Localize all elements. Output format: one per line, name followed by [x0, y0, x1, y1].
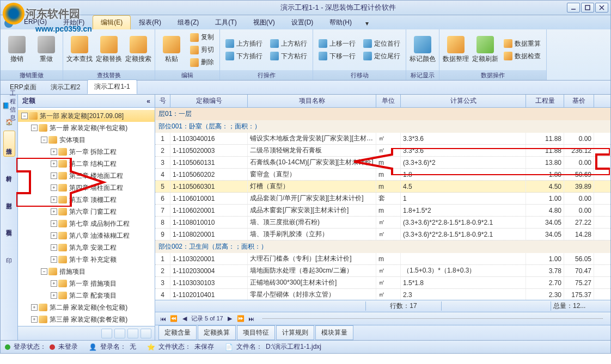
grid-cell[interactable]: 石膏线条(10-14CM)[厂家安装][主材未计价]	[248, 157, 376, 168]
sidebar-清单报价[interactable]: 清单报价	[3, 131, 15, 157]
grid-cell[interactable]: 1.00	[526, 193, 564, 204]
grid-row[interactable]: 21-1102030004墙地面防水处理（卷起30cm/二遍）㎡（1.5+0.3…	[155, 265, 610, 277]
grid-cell[interactable]: ㎡	[376, 229, 401, 240]
grid-cell[interactable]: 1-1108020001	[170, 229, 248, 240]
grid-cell[interactable]: 1-1103020001	[170, 253, 248, 264]
grid-cell[interactable]: 正铺地砖300*300[主材未计价]	[248, 277, 376, 288]
tree-node[interactable]: +第一章 拆除工程	[18, 146, 155, 158]
grid-body[interactable]: 层01：一层部位001：卧室（层高：；面积：）11-1103040016铺设实木…	[155, 108, 610, 300]
grid-cell[interactable]: ㎡	[376, 277, 401, 288]
maximize-button[interactable]	[581, 3, 594, 13]
grid-cell[interactable]: ㎡	[376, 217, 401, 228]
grid-cell[interactable]: 14.28	[564, 229, 594, 240]
ribbon-small-下移一行[interactable]: 下移一行	[316, 51, 358, 62]
menu-tab-8[interactable]: 帮助(H)	[321, 15, 360, 29]
grid-cell[interactable]: 9	[155, 229, 170, 240]
grid-cell[interactable]: (3.3+3.6)*2	[401, 157, 526, 168]
tree-toggle-icon[interactable]: +	[51, 280, 57, 287]
grid-cell[interactable]: 1-1108010010	[170, 217, 248, 228]
nav-next[interactable]: ▶	[225, 315, 234, 323]
tree-node[interactable]: −第一部 家装定额[2017.09.08]	[18, 110, 155, 122]
grid-cell[interactable]: ㎡	[376, 289, 401, 300]
sidebar-home-icon[interactable]: 🏠	[3, 114, 15, 129]
grid-cell[interactable]: 零星小型砌体（封排水立管）	[248, 289, 376, 300]
minimize-button[interactable]	[567, 3, 580, 13]
grid-cell[interactable]: ㎡	[376, 145, 401, 156]
grid-cell[interactable]: 1-1103040016	[170, 133, 248, 144]
ribbon-small-下方粘行[interactable]: 下方粘行	[268, 51, 309, 62]
grid-cell[interactable]: 2	[155, 145, 170, 156]
tree-node[interactable]: +第十章 补充定额	[18, 254, 155, 266]
ribbon-标记显示-标记颜色[interactable]: 标记颜色	[410, 36, 436, 64]
grid-row[interactable]: 41-1102010401零星小型砌体（封排水立管）㎡2.32.30175.37	[155, 289, 610, 300]
grid-row[interactable]: 21-1105020003二级吊顶轻钢龙骨石膏板㎡3.3*3.611.88236…	[155, 145, 610, 157]
grid-cell[interactable]: （1.5+0.3）*（1.8+0.3）	[401, 265, 526, 276]
grid-row[interactable]: 31-1103030103正铺地砖300*300[主材未计价]㎡1.5*1.82…	[155, 277, 610, 289]
grid-cell[interactable]: (3.3+3.6)*2*2.8-1.5*1.8-0.9*2.1	[401, 217, 526, 228]
grid-row[interactable]: 51-1105060301灯槽（直型）m4.54.5039.89	[155, 181, 610, 193]
qat-dropdown[interactable]: ▾	[360, 17, 374, 29]
tree-node[interactable]: +第七章 成品制作工程	[18, 218, 155, 230]
ribbon-small-定位首行[interactable]: 定位首行	[361, 38, 402, 50]
grid-cell[interactable]: m	[376, 169, 401, 180]
app-icon[interactable]	[2, 17, 16, 29]
grid-row[interactable]: 81-1108010010墙、顶三度批嵌(滑石粉)㎡(3.3+3.6)*2*2.…	[155, 217, 610, 229]
sidebar-材料分析[interactable]: 材料分析	[3, 158, 15, 184]
tree-btn-4[interactable]	[140, 329, 151, 338]
grid-cell[interactable]: 2.3	[401, 289, 526, 300]
tree-toggle-icon[interactable]: +	[51, 161, 57, 167]
tree-toggle-icon[interactable]: −	[41, 137, 47, 143]
grid-cell[interactable]: 窗帘盒（直型）	[248, 169, 376, 180]
grid-cell[interactable]: 1-1105060202	[170, 169, 248, 180]
grid-cell[interactable]: 0.00	[564, 193, 594, 204]
grid-cell[interactable]: 1	[155, 133, 170, 144]
tree-node[interactable]: +第二章 结构工程	[18, 158, 155, 170]
tree-toggle-icon[interactable]: −	[21, 113, 28, 119]
grid-cell[interactable]: ㎡	[376, 133, 401, 144]
grid-cell[interactable]: 0.00	[564, 157, 594, 168]
grid-cell[interactable]: 236.12	[564, 145, 594, 156]
tree-toggle-icon[interactable]: +	[51, 244, 57, 251]
tree-btn-2[interactable]	[114, 329, 125, 338]
grid-header-号[interactable]: 号	[155, 95, 170, 107]
grid-cell[interactable]: 成品套装门/单开[厂家安装][主材未计价]	[248, 193, 376, 204]
bottom-tab-项目特征[interactable]: 项目特征	[237, 325, 275, 340]
menu-tab-3[interactable]: 报表(R)	[131, 15, 169, 29]
grid-cell[interactable]: 墙地面防水处理（卷起30cm/二遍）	[248, 265, 376, 276]
grid-cell[interactable]: 3.3*3.6	[401, 145, 526, 156]
nav-last[interactable]: ⏭	[247, 315, 256, 323]
tree-node[interactable]: +第四章 墙柱面工程	[18, 182, 155, 194]
grid-cell[interactable]: 1.8	[401, 169, 526, 180]
grid-section[interactable]: 层01：一层	[155, 108, 610, 120]
grid-cell[interactable]: 1.00	[526, 253, 564, 264]
grid-header-基价[interactable]: 基价	[564, 95, 594, 107]
grid-cell[interactable]: 3	[155, 157, 170, 168]
grid-row[interactable]: 11-1103020001大理石门槛条（专利）[主材未计价]m1.0056.05	[155, 253, 610, 265]
tree-node[interactable]: +第八章 油漆裱糊工程	[18, 230, 155, 242]
tree-node[interactable]: −实体项目	[18, 134, 155, 146]
tree-btn-3[interactable]	[127, 329, 138, 338]
tree-node[interactable]: +第六章 门窗工程	[18, 206, 155, 218]
grid-cell[interactable]: 4.5	[401, 181, 526, 192]
sidebar-工程信息[interactable]: 📘工程信息	[3, 98, 15, 113]
tree-node[interactable]: +第一章 措施项目	[18, 277, 155, 289]
close-button[interactable]	[595, 3, 608, 13]
tree-toggle-icon[interactable]: −	[41, 268, 47, 275]
grid-cell[interactable]: 50.69	[564, 169, 594, 180]
grid-cell[interactable]: 1-1106010001	[170, 193, 248, 204]
grid-cell[interactable]: 1	[401, 193, 526, 204]
nav-prevpage[interactable]: ⏪	[169, 315, 178, 323]
grid-cell[interactable]: m	[376, 181, 401, 192]
ribbon-small-数据重算[interactable]: 数据重算	[502, 38, 543, 50]
sidebar-工程取费[interactable]: 工程取费	[3, 212, 15, 238]
grid-cell[interactable]	[401, 253, 526, 264]
tree-toggle-icon[interactable]: +	[51, 149, 57, 155]
ribbon-small-上方粘行[interactable]: 上方粘行	[268, 38, 309, 50]
grid-row[interactable]: 31-1105060131石膏线条(10-14CM)[厂家安装][主材未计价]m…	[155, 157, 610, 169]
grid-cell[interactable]: 39.89	[564, 181, 594, 192]
nav-nextpage[interactable]: ⏩	[236, 315, 245, 323]
grid-cell[interactable]: 34.05	[526, 217, 564, 228]
ribbon-数据操作-定额刷新[interactable]: 定额刷新	[472, 36, 498, 64]
grid-cell[interactable]: 二级吊顶轻钢龙骨石膏板	[248, 145, 376, 156]
nav-first[interactable]: ⏮	[158, 315, 167, 323]
